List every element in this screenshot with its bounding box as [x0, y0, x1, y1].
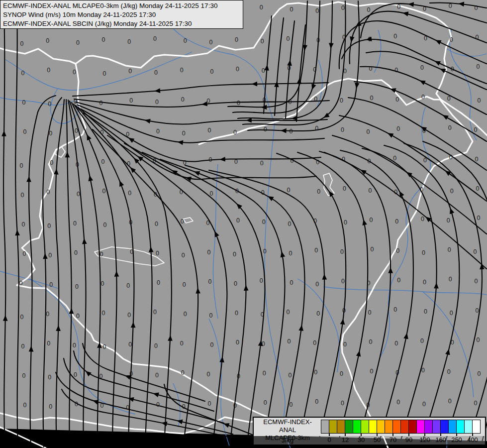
sbcin-zero-label: 0	[75, 283, 79, 290]
colorbar-tick-label: 30	[358, 436, 365, 444]
sbcin-zero-label: 0	[263, 370, 266, 377]
sbcin-zero-label: 0	[73, 342, 76, 349]
sbcin-zero-label: 0	[50, 159, 53, 166]
sbcin-zero-label: 0	[184, 37, 187, 44]
sbcin-zero-label: 0	[449, 276, 452, 283]
sbcin-zero-label: 0	[99, 100, 103, 107]
title-box: ECMWF-INDEX-ANAL MLCAPE0-3km (J/kg) Mond…	[0, 0, 243, 29]
sbcin-zero-label: 0	[102, 310, 105, 317]
sbcin-zero-label: 0	[47, 67, 50, 74]
sbcin-zero-label: 0	[77, 191, 80, 198]
sbcin-zero-label: 0	[420, 337, 424, 344]
sbcin-zero-label: 0	[476, 63, 480, 70]
sbcin-zero-label: 0	[340, 370, 343, 377]
sbcin-zero-label: 0	[260, 277, 263, 284]
colorbar-cell	[369, 420, 377, 433]
colorbar-cell	[401, 420, 409, 433]
sbcin-zero-label: 0	[477, 97, 481, 104]
sbcin-zero-label: 0	[23, 250, 26, 257]
colorbar-cell	[393, 420, 401, 433]
sbcin-zero-label: 0	[235, 310, 238, 317]
sbcin-zero-label: 0	[153, 35, 157, 42]
colorbar-cell	[433, 420, 441, 433]
sbcin-zero-label: 0	[236, 217, 240, 224]
sbcin-zero-label: 0	[74, 371, 77, 378]
sbcin-zero-label: 0	[394, 67, 398, 74]
sbcin-zero-label: 0	[314, 369, 317, 376]
sbcin-zero-label: 0	[313, 339, 316, 346]
colorbar	[321, 420, 481, 434]
sbcin-zero-label: 0	[49, 130, 52, 137]
sbcin-zero-label: 0	[290, 279, 293, 286]
sbcin-zero-label: 0	[154, 342, 158, 349]
sbcin-zero-label: 0	[393, 306, 397, 313]
sbcin-zero-label: 0	[370, 95, 374, 102]
sbcin-zero-label: 0	[450, 310, 453, 317]
colorbar-tick-label: 160	[435, 436, 446, 444]
sbcin-zero-label: 0	[180, 340, 184, 347]
sbcin-zero-label: 0	[371, 246, 374, 253]
sbcin-zero-label: 0	[21, 192, 24, 199]
sbcin-zero-label: 0	[340, 248, 344, 255]
sbcin-zero-label: 0	[208, 278, 211, 285]
colorbar-tick-label: 0	[327, 436, 331, 444]
sbcin-zero-label: 0	[476, 336, 480, 343]
sbcin-zero-label: 0	[367, 128, 370, 135]
colorbar-cell	[329, 420, 337, 433]
colorbar-tick-label: 250	[451, 436, 462, 444]
sbcin-zero-label: 0	[127, 38, 131, 45]
colorbar-cell	[321, 420, 329, 433]
colorbar-tick-label: 120	[419, 436, 430, 444]
sbcin-zero-label: 0	[19, 280, 23, 287]
sbcin-zero-label: 0	[341, 400, 344, 407]
sbcin-zero-label: 0	[343, 341, 347, 348]
sbcin-zero-label: 0	[207, 249, 210, 256]
colorbar-tick-label: 12	[342, 436, 349, 444]
sbcin-zero-label: 0	[73, 220, 77, 227]
sbcin-zero-label: 0	[260, 4, 263, 11]
sbcin-zero-label: 0	[101, 158, 105, 165]
sbcin-zero-label: 0	[477, 215, 480, 222]
sbcin-zero-label: 0	[153, 309, 157, 316]
sbcin-zero-label: 0	[48, 374, 51, 381]
sbcin-zero-label: 0	[103, 343, 106, 350]
sbcin-zero-label: 0	[20, 40, 24, 47]
colorbar-cell	[457, 420, 465, 433]
sbcin-zero-label: 0	[315, 281, 319, 288]
sbcin-zero-label: 0	[155, 221, 158, 227]
sbcin-zero-label: 0	[367, 6, 371, 13]
sbcin-zero-label: 0	[474, 126, 477, 133]
sbcin-zero-label: 0	[369, 187, 372, 194]
sbcin-zero-label: 0	[233, 251, 236, 258]
sbcin-zero-label: 0	[22, 372, 26, 379]
sbcin-zero-label: 0	[102, 36, 105, 43]
sbcin-zero-label: 0	[448, 124, 452, 131]
sbcin-zero-label: 0	[420, 64, 424, 71]
sbcin-zero-label: 0	[236, 339, 239, 346]
sbcin-zero-label: 0	[22, 99, 26, 106]
sbcin-zero-label: 0	[290, 6, 293, 13]
colorbar-cell	[385, 420, 393, 433]
sbcin-zero-label: 0	[395, 218, 398, 225]
sbcin-zero-label: 0	[288, 338, 291, 345]
sbcin-zero-label: 0	[155, 99, 159, 106]
colorbar-cell	[409, 420, 417, 433]
sbcin-zero-label: 0	[210, 68, 213, 75]
sbcin-zero-label: 0	[22, 221, 25, 228]
sbcin-zero-label: 0	[20, 314, 24, 321]
sbcin-zero-label: 0	[424, 308, 427, 315]
sbcin-zero-label: 0	[103, 222, 107, 228]
sbcin-zero-label: 0	[46, 37, 49, 44]
colorbar-tick-label: 90	[405, 436, 412, 444]
sbcin-zero-label: 0	[207, 127, 211, 134]
sbcin-zero-label: 0	[209, 39, 212, 46]
sbcin-zero-label: 0	[76, 39, 80, 46]
sbcin-zero-label: 0	[49, 403, 52, 410]
sbcin-zero-label: 0	[23, 128, 27, 135]
sbcin-zero-label: 0	[370, 217, 373, 224]
sbcin-zero-label: 0	[181, 96, 185, 103]
sbcin-zero-label: 0	[421, 94, 425, 101]
legend-units: J/kg	[256, 437, 319, 444]
sbcin-zero-label: 0	[289, 250, 292, 257]
sbcin-zero-label: 0	[103, 70, 106, 77]
